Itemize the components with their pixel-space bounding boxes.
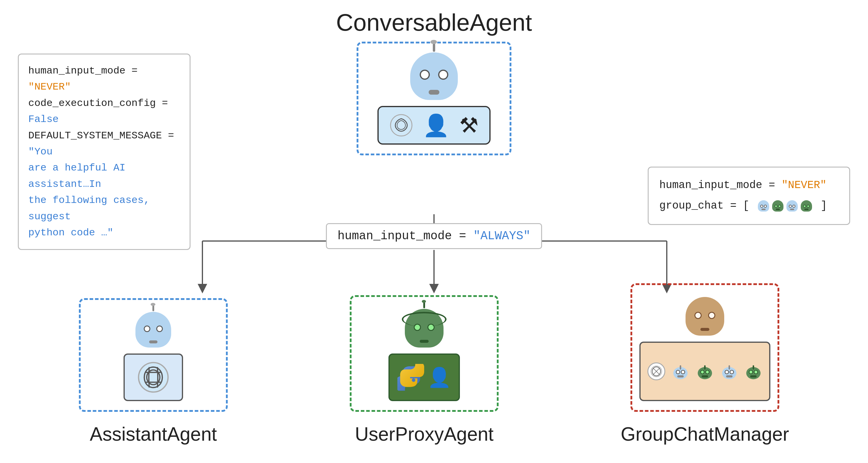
left-info-box: human_input_mode = "NEVER" code_executio… [18,54,190,250]
bottom-row: AssistantAgent [0,283,868,445]
svg-point-12 [775,205,777,207]
svg-point-27 [681,370,685,374]
svg-point-17 [793,205,795,207]
person-silhouette-icon: 👤 [428,366,451,389]
robot-eye-left [420,70,430,80]
mini-robot-1 [758,200,769,211]
svg-point-26 [676,370,680,374]
svg-rect-43 [750,375,757,377]
left-text1: are a helpful AI assistant…In [28,162,125,190]
svg-rect-38 [726,375,733,377]
svg-rect-14 [776,208,780,210]
page-title: ConversableAgent [336,9,532,36]
left-line5: the following cases, suggest [28,192,180,225]
left-val3: "You [28,146,53,157]
groupchat-agent-title: GroupChatManager [621,423,789,445]
svg-point-16 [789,205,792,207]
svg-point-20 [803,205,806,207]
svg-point-9 [764,205,767,207]
right-line1: human_input_mode = "NEVER" [659,176,839,195]
assistant-robot-antenna [152,305,154,311]
svg-point-31 [701,370,704,374]
left-text3: python code …" [28,227,114,238]
groupchat-blue-robot-1 [672,362,689,380]
left-line4: are a helpful AI assistant…In [28,160,180,192]
assistant-openai-icon [137,361,170,394]
groupchat-agent-card: GroupChatManager [621,283,789,445]
svg-rect-18 [790,208,794,210]
svg-point-37 [730,370,734,374]
right-key1: human_input_mode = [659,179,781,191]
right-line2: group_chat = [ [659,196,839,216]
svg-rect-28 [678,375,684,377]
svg-point-13 [778,205,781,207]
left-line6: python code …" [28,225,180,241]
assistant-robot-container [135,312,171,348]
left-line1: human_input_mode = "NEVER" [28,63,180,95]
left-val2: False [28,114,59,125]
groupchat-blue-robot-2 [720,362,738,380]
assistant-robot-eye-left [144,326,150,332]
right-info-box: human_input_mode = "NEVER" group_chat = … [648,167,850,225]
robot-antenna [433,43,435,52]
right-val1: "NEVER" [781,179,826,191]
svg-rect-10 [762,208,766,210]
left-key2: code_execution_config = [28,98,168,109]
left-key1: human_input_mode = [28,65,137,76]
left-line2: code_execution_config = False [28,95,180,128]
python-icon [397,364,424,391]
center-val: "ALWAYS" [473,229,530,243]
svg-rect-29 [680,365,681,370]
center-key: human_input_mode = [338,229,473,243]
svg-point-6 [391,114,412,136]
userproxy-agent-title: UserProxyAgent [355,423,494,445]
robot-eyes [420,70,448,80]
userproxy-icons-box: 👤 [389,354,460,401]
assistant-robot [135,312,171,348]
userproxy-headset [402,312,446,327]
robot-eye-right [438,70,448,80]
assistant-agent-card: AssistantAgent [79,298,228,445]
assistant-icons-box [124,354,183,401]
right-bracket-close: ] [814,196,827,216]
groupchat-openai-icon [647,362,665,380]
openai-icon [389,113,413,137]
tools-icon: ⚒ [459,113,479,138]
assistant-robot-eyes [144,326,163,332]
svg-rect-22 [804,208,808,210]
userproxy-robot-antenna [423,302,425,308]
center-label-box: human_input_mode = "ALWAYS" [326,223,542,249]
groupchat-robot-container [685,297,724,336]
groupchat-green-robot-1 [696,362,714,380]
groupchat-area [640,341,770,401]
diagram-container: ConversableAgent human_input_mode = "NEV… [0,0,868,463]
groupchat-robot-eye-left [694,312,702,319]
userproxy-agent-card: 👤 UserProxyAgent [350,295,499,445]
svg-rect-33 [702,375,708,377]
groupchat-robot-eyes [694,312,715,319]
groupchat-robot-eye-right [708,312,715,319]
conversable-icons-row: 👤 ⚒ [377,106,491,144]
svg-point-36 [725,370,728,374]
svg-point-32 [706,370,709,374]
person-icon: 👤 [423,113,450,138]
assistant-robot-eye-right [156,326,163,332]
assistant-agent-title: AssistantAgent [90,423,217,445]
left-val1: "NEVER" [28,81,71,93]
userproxy-agent-box: 👤 [350,295,499,412]
left-line3: DEFAULT_SYSTEM_MESSAGE = "You [28,128,180,160]
svg-point-42 [754,370,758,374]
groupchat-agent-box [630,283,779,412]
svg-rect-34 [704,365,706,370]
svg-point-8 [761,205,763,207]
groupchat-robot [685,297,724,336]
svg-point-41 [749,370,753,374]
right-key2: group_chat = [ [659,196,756,216]
left-text2: the following cases, suggest [28,195,150,222]
conversable-robot-face [410,53,458,100]
svg-point-21 [807,205,809,207]
svg-rect-39 [728,365,730,370]
left-key3: DEFAULT_SYSTEM_MESSAGE = [28,130,174,141]
assistant-agent-box [79,298,228,412]
userproxy-robot [405,309,443,348]
